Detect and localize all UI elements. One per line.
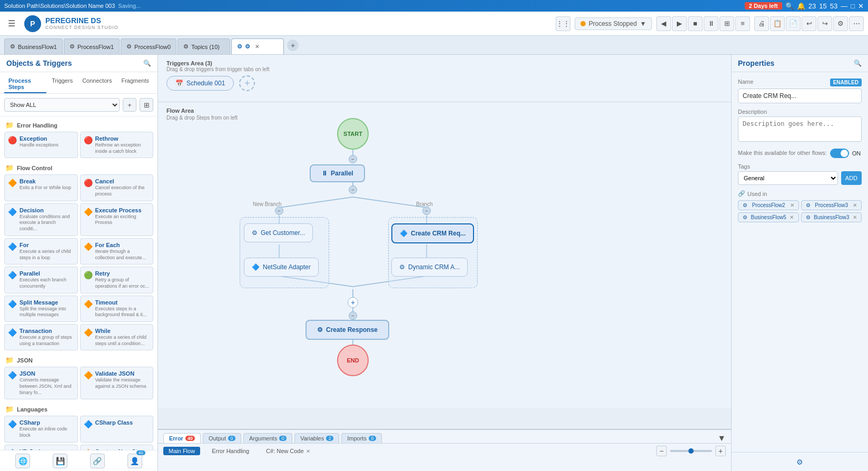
bottom-tab-imports[interactable]: Imports 0 — [341, 433, 382, 443]
maximize-icon[interactable]: □ — [851, 2, 855, 10]
right-search-button[interactable]: 🔍 — [854, 60, 862, 67]
footer-save-button[interactable]: 💾 — [53, 454, 67, 468]
search-icon-topbar[interactable]: 🔍 — [785, 2, 794, 10]
sidebar-tab-process-steps[interactable]: Process Steps — [4, 75, 46, 93]
sidebar-search-button[interactable]: 🔍 — [143, 60, 151, 67]
process-stopped-button[interactable]: Process Stopped ▼ — [575, 17, 652, 30]
used-in-chip-businessflow3[interactable]: ⚙ BusinessFlow3 ✕ — [801, 212, 862, 222]
bell-icon[interactable]: 🔔 — [797, 2, 805, 10]
step-card-exception[interactable]: 🔴 Exception Handle exceptions — [4, 132, 78, 158]
tab-businessflow1[interactable]: ⚙ BusinessFlow1 — [4, 38, 63, 54]
redo-btn[interactable]: ↪ — [817, 16, 832, 31]
get-customer-node[interactable]: ⚙ Get Customer... — [244, 223, 313, 242]
tags-select[interactable]: General — [738, 171, 838, 185]
more-btn[interactable]: ⋯ — [849, 16, 864, 31]
step-card-execute[interactable]: 🔶 Execute Process Execute an exciting Pr… — [80, 203, 154, 236]
bottom-tab-variables[interactable]: Variables 2 — [294, 433, 339, 443]
bottom-tab-error[interactable]: Error 40 — [163, 433, 201, 443]
collapse-btn-3[interactable]: − — [349, 311, 357, 320]
used-in-chip-processflow2[interactable]: ⚙ ProcessFlow2 ✕ — [738, 200, 799, 210]
tab-processflow0[interactable]: ⚙ ProcessFlow0 — [121, 38, 176, 54]
bottom-panel-collapse[interactable]: ▼ — [717, 434, 726, 443]
step-card-foreach[interactable]: 🔶 For Each Iterate through a collection … — [80, 238, 154, 264]
grid-filter-button[interactable]: ⊞ — [140, 98, 153, 112]
bottom-tab-output[interactable]: Output 0 — [203, 433, 241, 443]
step-card-custom[interactable]: 🔶 Custom New Step Step description goes … — [80, 445, 154, 450]
step-card-csharp-class[interactable]: 🔷 CSharp Class — [80, 416, 154, 442]
step-card-rethrow[interactable]: 🔴 Rethrow Rethrow an exception inside a … — [80, 132, 154, 158]
tab-close-btn[interactable]: ✕ — [255, 44, 259, 50]
add-filter-button[interactable]: + — [123, 98, 136, 112]
trigger-schedule-001[interactable]: 📅 Schedule 001 — [166, 76, 234, 91]
sidebar-tab-fragments[interactable]: Fragments — [117, 75, 153, 93]
chip-close-4[interactable]: ✕ — [853, 214, 857, 220]
add-tag-button[interactable]: ADD — [841, 171, 862, 185]
close-icon-topbar[interactable]: ✕ — [858, 2, 864, 10]
settings-btn[interactable]: ⚙ — [833, 16, 848, 31]
right-branch-collapse[interactable]: − — [422, 207, 431, 215]
stop-btn[interactable]: ■ — [688, 16, 703, 31]
back-btn[interactable]: ◀ — [656, 16, 671, 31]
step-card-parallel[interactable]: 🔷 Parallel Executes each branch concurre… — [4, 267, 78, 293]
collapse-btn-2[interactable]: − — [349, 185, 357, 194]
step-card-timeout[interactable]: 🔶 Timeout Executes steps in a background… — [80, 296, 154, 322]
chip-close-3[interactable]: ✕ — [790, 214, 794, 220]
step-card-for[interactable]: 🔷 For Execute a series of child steps in… — [4, 238, 78, 264]
zoom-minus-button[interactable]: − — [656, 446, 667, 456]
used-in-chip-processflow3[interactable]: ⚙ ProcessFlow3 ✕ — [801, 200, 862, 210]
copy-btn[interactable]: 📋 — [770, 16, 785, 31]
trigger-add-button[interactable]: + — [239, 75, 255, 91]
grid-btn-1[interactable]: ⊞ — [719, 16, 734, 31]
sidebar-tab-triggers[interactable]: Triggers — [47, 75, 77, 93]
start-node[interactable]: START — [337, 118, 369, 150]
category-flow-control[interactable]: 📁 Flow Control — [0, 161, 157, 174]
zoom-slider[interactable] — [670, 450, 712, 452]
step-card-break[interactable]: 🔶 Break Exits a For or While loop — [4, 174, 78, 201]
bottom-tab-arguments[interactable]: Arguments 0 — [243, 433, 292, 443]
step-card-vb-code[interactable]: 🔷 VB Code — [4, 445, 78, 450]
footer-user-button[interactable]: 👤 — [127, 454, 142, 468]
footer-globe-button[interactable]: 🌐 — [15, 454, 30, 468]
grid-btn-2[interactable]: ≡ — [735, 16, 750, 31]
status-tab-error-handling[interactable]: Error Handling — [206, 447, 254, 455]
tab-new-button[interactable]: + — [287, 40, 299, 51]
name-input[interactable] — [738, 89, 862, 103]
dynamic-crm-node[interactable]: ⚙ Dynamic CRM A... — [391, 258, 468, 277]
category-languages[interactable]: 📁 Languages — [0, 403, 157, 416]
step-card-csharp[interactable]: 🔷 CSharp Execute an inline code block — [4, 416, 78, 442]
step-card-transaction[interactable]: 🔷 Transaction Execute a group of steps u… — [4, 324, 78, 350]
sidebar-tab-connectors[interactable]: Connectors — [78, 75, 116, 93]
csharp-tab-close[interactable]: ✕ — [306, 448, 310, 454]
print-btn[interactable]: 🖨 — [754, 16, 769, 31]
forward-btn[interactable]: ▶ — [672, 16, 687, 31]
status-tab-main-flow[interactable]: Main Flow — [163, 447, 200, 455]
end-node[interactable]: END — [337, 345, 369, 376]
description-textarea[interactable] — [738, 116, 862, 142]
tab-topics[interactable]: ⚙ Topics (10) — [177, 38, 230, 54]
tab-active[interactable]: ⚙ ⚙ ✕ — [231, 38, 284, 54]
create-response-node[interactable]: ⚙ Create Response — [305, 320, 389, 340]
hamburger-button[interactable]: ☰ — [4, 16, 19, 31]
step-card-decision[interactable]: 🔷 Decision Evaluate conditions and execu… — [4, 203, 78, 236]
netsuite-node[interactable]: 🔷 NetSuite Adapter — [244, 258, 319, 277]
toggle-available[interactable] — [830, 149, 849, 158]
parallel-node[interactable]: ⏸ Parallel — [310, 164, 365, 182]
left-branch-collapse[interactable]: − — [275, 207, 283, 215]
step-card-split[interactable]: 🔷 Split Message Split the message into m… — [4, 296, 78, 322]
undo-btn[interactable]: ↩ — [802, 16, 816, 31]
zoom-plus-button[interactable]: + — [715, 446, 726, 456]
tab-processflow1[interactable]: ⚙ ProcessFlow1 — [64, 38, 120, 54]
step-card-json[interactable]: 🔷 JSON Converts message between JSON, Xm… — [4, 367, 78, 399]
paste-btn[interactable]: 📄 — [786, 16, 801, 31]
step-card-validate-json[interactable]: 🔶 Validate JSON Validate the message aga… — [80, 367, 154, 399]
chip-close-2[interactable]: ✕ — [853, 202, 857, 208]
used-in-chip-businessflow5[interactable]: ⚙ BusinessFlow5 ✕ — [738, 212, 799, 222]
status-tab-csharp[interactable]: C#: New Code ✕ — [261, 447, 315, 455]
category-error-handling[interactable]: 📁 Error Handling — [0, 119, 157, 132]
pause-btn[interactable]: ⏸ — [704, 16, 718, 31]
collapse-btn-1[interactable]: − — [349, 155, 357, 163]
add-step-button[interactable]: + — [348, 297, 358, 308]
chip-close-1[interactable]: ✕ — [790, 202, 794, 208]
category-json[interactable]: 📁 JSON — [0, 354, 157, 367]
step-card-while[interactable]: 🔶 While Execute a series of child steps … — [80, 324, 154, 350]
